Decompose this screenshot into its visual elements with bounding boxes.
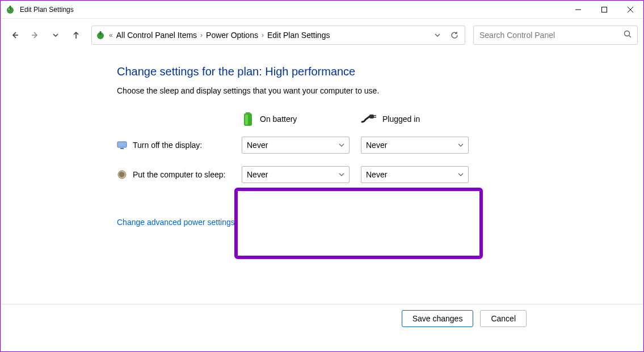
display-plugged-select[interactable]: Never <box>361 137 469 154</box>
settings-grid: On battery Plugged in Turn off the displ… <box>117 108 643 189</box>
close-button[interactable] <box>617 1 643 19</box>
content: Change settings for the plan: High perfo… <box>1 52 643 227</box>
address-app-icon <box>95 30 106 40</box>
select-value: Never <box>366 141 387 150</box>
column-header-plugged-label: Plugged in <box>382 114 420 124</box>
refresh-button[interactable] <box>448 28 461 42</box>
maximize-button[interactable] <box>591 1 617 19</box>
column-header-battery-label: On battery <box>260 114 297 124</box>
display-battery-select[interactable]: Never <box>242 137 350 154</box>
chevron-down-icon <box>339 170 344 179</box>
svg-rect-11 <box>100 31 102 35</box>
cancel-button[interactable]: Cancel <box>480 310 527 327</box>
row-display-label: Turn off the display: <box>117 130 242 160</box>
chevron-right-icon: › <box>262 31 264 39</box>
address-dropdown[interactable] <box>431 28 444 42</box>
recent-dropdown[interactable] <box>47 27 64 44</box>
up-button[interactable] <box>68 27 85 44</box>
display-icon <box>117 140 127 150</box>
sleep-plugged-select[interactable]: Never <box>361 166 469 183</box>
select-value: Never <box>247 141 268 150</box>
row-display-text: Turn off the display: <box>133 141 202 150</box>
footer: Save changes Cancel <box>1 304 643 332</box>
column-header-plugged: Plugged in <box>361 108 480 130</box>
column-header-battery: On battery <box>242 108 361 130</box>
chevron-down-icon <box>458 170 464 179</box>
forward-button[interactable] <box>27 27 44 44</box>
row-sleep-label: Put the computer to sleep: <box>117 160 242 189</box>
svg-rect-4 <box>602 7 607 12</box>
app-icon <box>5 5 15 15</box>
svg-line-13 <box>629 36 632 38</box>
search-input[interactable]: Search Control Panel <box>473 26 638 45</box>
breadcrumb-item[interactable]: All Control Panel Items <box>116 31 197 40</box>
select-value: Never <box>366 170 387 179</box>
page-heading: Change settings for the plan: High perfo… <box>117 65 643 78</box>
svg-rect-17 <box>369 114 374 118</box>
chevron-down-icon <box>458 141 464 150</box>
svg-rect-20 <box>117 142 127 147</box>
window-title: Edit Plan Settings <box>20 6 565 14</box>
svg-rect-21 <box>120 148 124 149</box>
advanced-settings-link[interactable]: Change advanced power settings <box>117 218 235 227</box>
breadcrumb-overflow-icon[interactable]: « <box>109 31 113 39</box>
chevron-right-icon: › <box>200 31 203 39</box>
select-value: Never <box>247 170 268 179</box>
nav-row: « All Control Panel Items › Power Option… <box>1 19 643 52</box>
save-button[interactable]: Save changes <box>402 310 474 327</box>
svg-point-12 <box>625 31 630 36</box>
sleep-battery-select[interactable]: Never <box>242 166 350 183</box>
minimize-button[interactable] <box>565 1 591 19</box>
address-bar[interactable]: « All Control Panel Items › Power Option… <box>91 26 465 45</box>
titlebar: Edit Plan Settings <box>1 1 643 19</box>
chevron-down-icon <box>339 141 344 150</box>
sleep-icon <box>117 169 127 180</box>
search-placeholder: Search Control Panel <box>479 31 624 40</box>
page-subheading: Choose the sleep and display settings th… <box>117 86 643 95</box>
back-button[interactable] <box>6 27 23 44</box>
svg-point-2 <box>9 8 10 9</box>
breadcrumb-item[interactable]: Power Options <box>206 31 258 40</box>
search-icon <box>624 30 632 40</box>
svg-rect-16 <box>245 114 248 125</box>
breadcrumb-item[interactable]: Edit Plan Settings <box>267 31 330 40</box>
plug-icon <box>361 114 377 124</box>
battery-icon <box>242 111 254 127</box>
row-sleep-text: Put the computer to sleep: <box>133 170 225 179</box>
